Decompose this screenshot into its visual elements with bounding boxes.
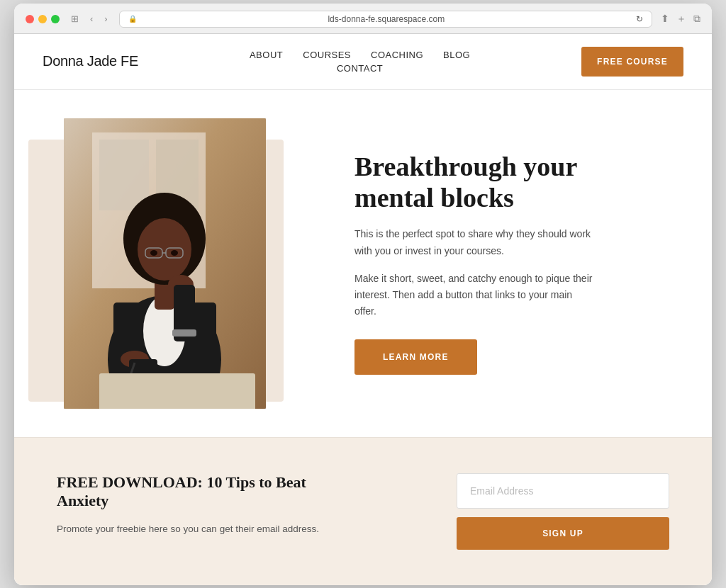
free-course-button[interactable]: FREE COURSE xyxy=(581,47,683,77)
hero-image-container xyxy=(43,118,312,409)
svg-rect-23 xyxy=(99,373,255,409)
nav-blog[interactable]: BLOG xyxy=(443,50,470,60)
free-download-form: SIGN UP xyxy=(457,473,669,550)
tab-overview-icon[interactable]: ⧉ xyxy=(693,13,700,26)
hero-description-2: Make it short, sweet, and catchy enough … xyxy=(354,271,596,320)
share-icon[interactable]: ⬆ xyxy=(661,13,669,26)
free-download-title: FREE DOWNLOAD: 10 Tips to Beat Anxiety xyxy=(57,473,354,510)
hero-title: Breakthrough your mental blocks xyxy=(354,152,596,213)
lock-icon: 🔒 xyxy=(128,15,137,23)
hero-description-1: This is the perfect spot to share why th… xyxy=(354,226,596,259)
minimize-button[interactable] xyxy=(38,15,47,23)
window-control-icon: ⊞ xyxy=(68,12,82,26)
sign-up-button[interactable]: SIGN UP xyxy=(457,517,669,550)
nav-coaching[interactable]: COACHING xyxy=(371,50,423,60)
close-button[interactable] xyxy=(26,15,34,23)
back-button[interactable]: ‹ xyxy=(87,12,96,26)
nav-about[interactable]: ABOUT xyxy=(250,50,283,60)
email-input[interactable] xyxy=(457,473,669,509)
browser-window: ⊞ ‹ › 🔒 lds-donna-fe.squarespace.com ↻ ⬆… xyxy=(14,4,712,585)
site-logo[interactable]: Donna Jade FE xyxy=(43,53,138,69)
nav-contact[interactable]: CONTACT xyxy=(337,63,383,74)
site-nav: ABOUT COURSES COACHING BLOG CONTACT xyxy=(250,50,470,74)
svg-point-15 xyxy=(171,250,178,256)
reload-icon[interactable]: ↻ xyxy=(636,14,643,24)
browser-chrome: ⊞ ‹ › 🔒 lds-donna-fe.squarespace.com ↻ ⬆… xyxy=(14,4,712,34)
hero-image-svg xyxy=(64,118,266,409)
hero-content: Breakthrough your mental blocks This is … xyxy=(354,152,596,375)
browser-action-buttons: ⬆ ＋ ⧉ xyxy=(661,13,700,26)
url-text: lds-donna-fe.squarespace.com xyxy=(141,14,632,24)
new-tab-icon[interactable]: ＋ xyxy=(676,13,686,26)
hero-image xyxy=(64,118,266,409)
svg-rect-18 xyxy=(172,329,196,337)
nav-courses[interactable]: COURSES xyxy=(303,50,351,60)
traffic-lights xyxy=(26,15,60,23)
website-content: Donna Jade FE ABOUT COURSES COACHING BLO… xyxy=(14,34,712,585)
svg-point-14 xyxy=(150,250,157,256)
nav-row-top: ABOUT COURSES COACHING BLOG xyxy=(250,50,470,60)
site-header: Donna Jade FE ABOUT COURSES COACHING BLO… xyxy=(14,34,712,90)
learn-more-button[interactable]: LEARN MORE xyxy=(354,339,477,375)
free-download-section: FREE DOWNLOAD: 10 Tips to Beat Anxiety P… xyxy=(14,437,712,585)
hero-section: Breakthrough your mental blocks This is … xyxy=(14,90,712,437)
nav-row-bottom: CONTACT xyxy=(337,63,383,74)
browser-nav-controls: ⊞ ‹ › xyxy=(68,12,111,26)
maximize-button[interactable] xyxy=(51,15,60,23)
free-download-text-area: FREE DOWNLOAD: 10 Tips to Beat Anxiety P… xyxy=(57,473,354,537)
forward-button[interactable]: › xyxy=(101,12,110,26)
address-bar[interactable]: 🔒 lds-donna-fe.squarespace.com ↻ xyxy=(119,11,652,28)
svg-rect-3 xyxy=(99,140,149,210)
free-download-description: Promote your freebie here so you can get… xyxy=(57,521,354,537)
